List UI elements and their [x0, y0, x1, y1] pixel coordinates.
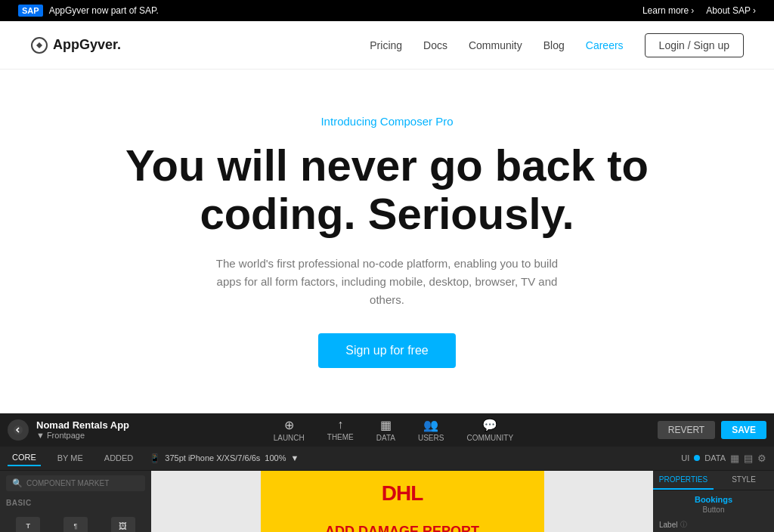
svg-point-1: [14, 425, 23, 435]
hero-section: Introducing Composer Pro You will never …: [62, 70, 712, 398]
data-icon: ▦: [380, 418, 392, 432]
nav-careers[interactable]: Careers: [586, 39, 624, 51]
launch-icon: ⊕: [284, 418, 294, 432]
ide-users-action[interactable]: 👥 USERS: [418, 418, 444, 442]
ide-right-panel: PROPERTIES STYLE Bookings Button Label ⓘ…: [653, 471, 774, 532]
dhl-content: ADD DAMAGE REPORT: [261, 516, 544, 532]
ide-tab-added[interactable]: ADDED: [100, 450, 138, 466]
grid-view-icon[interactable]: ▦: [730, 453, 739, 464]
ui-dot: [694, 455, 700, 461]
ide-right-tabs: PROPERTIES STYLE: [653, 471, 774, 490]
hero-description: The world's first professional no-code p…: [206, 255, 568, 309]
ide-theme-action[interactable]: ↑ THEME: [327, 418, 354, 441]
app-preview: Nomad Rentals App ▼ Frontpage ⊕ LAUNCH ↑…: [0, 413, 774, 532]
ide-device-selector: 📱 375pt iPhone X/XS/7/6/6s 100% ▼: [150, 453, 299, 463]
nav-pricing[interactable]: Pricing: [370, 39, 402, 51]
users-icon: 👥: [423, 418, 438, 432]
sap-banner: SAP AppGyver now part of SAP. Learn more…: [0, 0, 774, 21]
community-icon: 💬: [482, 418, 497, 432]
component-paragraph[interactable]: ¶ Paragraph: [54, 513, 98, 532]
about-sap-link[interactable]: About SAP ›: [706, 5, 756, 16]
ide-app-info: Nomad Rentals App ▼ Frontpage: [36, 419, 129, 440]
style-tab[interactable]: STYLE: [714, 471, 774, 490]
sap-banner-left: SAP AppGyver now part of SAP.: [18, 5, 159, 17]
search-input[interactable]: [26, 479, 139, 487]
ide-search[interactable]: 🔍: [6, 475, 145, 491]
ide-ui-data-toggle: UI DATA ▦ ▤ ⚙: [681, 453, 766, 464]
component-image[interactable]: 🖼 Image: [101, 513, 145, 532]
ide-tab-core[interactable]: CORE: [8, 450, 41, 466]
component-name: Bookings: [659, 495, 768, 504]
nav-community[interactable]: Community: [469, 39, 522, 51]
learn-more-link[interactable]: Learn more ›: [642, 5, 694, 16]
nav-docs[interactable]: Docs: [423, 39, 447, 51]
label-field-label: Label ⓘ: [659, 520, 768, 530]
login-signup-button[interactable]: Login / Sign up: [645, 33, 744, 57]
main-nav: AppGyver. Pricing Docs Community Blog Ca…: [0, 21, 774, 70]
nav-logo[interactable]: AppGyver.: [30, 36, 121, 54]
ide-center-actions: ⊕ LAUNCH ↑ THEME ▦ DATA 👥 USERS 💬 CO: [129, 418, 658, 442]
ide-canvas: DHL ADD DAMAGE REPORT Front Back Left Ri…: [151, 471, 653, 532]
ide-launch-action[interactable]: ⊕ LAUNCH: [274, 418, 305, 442]
canvas-content: DHL ADD DAMAGE REPORT Front Back Left Ri…: [261, 471, 544, 532]
ide-tab-byme[interactable]: BY ME: [53, 450, 88, 466]
ide-topbar: Nomad Rentals App ▼ Frontpage ⊕ LAUNCH ↑…: [0, 413, 774, 447]
nav-links: Pricing Docs Community Blog Careers Logi…: [370, 33, 744, 57]
search-icon: 🔍: [12, 478, 23, 488]
logo-icon: [30, 36, 48, 54]
component-type: Button: [659, 506, 768, 514]
ide-data-action[interactable]: ▦ DATA: [376, 418, 395, 442]
ide-container: Nomad Rentals App ▼ Frontpage ⊕ LAUNCH ↑…: [0, 413, 774, 532]
properties-tab[interactable]: PROPERTIES: [653, 471, 714, 490]
sap-logo: SAP: [18, 5, 43, 17]
label-field-info: ⓘ: [680, 520, 687, 530]
hero-title: You will never go back to coding. Seriou…: [77, 141, 697, 238]
ide-app-page: ▼ Frontpage: [36, 431, 129, 440]
revert-button[interactable]: REVERT: [658, 421, 715, 439]
dhl-logo: DHL: [382, 481, 423, 506]
ide-back-button[interactable]: [8, 419, 29, 441]
sap-banner-message: AppGyver now part of SAP.: [49, 5, 159, 16]
ide-main: 🔍 BASIC T Title ¶ Paragraph 🖼 Imag: [0, 471, 774, 532]
ide-components-grid: T Title ¶ Paragraph 🖼 Image ⟳ Loading sp…: [0, 510, 151, 532]
ide-right-section: Bookings Button Label ⓘ ⚙ $ $ButtonColor…: [653, 490, 774, 532]
list-view-icon[interactable]: ▤: [744, 453, 753, 464]
hero-subtitle: Introducing Composer Pro: [77, 115, 697, 128]
settings-view-icon[interactable]: ⚙: [757, 453, 766, 464]
nav-blog[interactable]: Blog: [543, 39, 565, 51]
sap-banner-right: Learn more › About SAP ›: [642, 5, 756, 16]
paragraph-component-icon: ¶: [63, 517, 88, 532]
back-icon: [13, 425, 23, 435]
ide-community-action[interactable]: 💬 COMMUNITY: [466, 418, 513, 442]
image-component-icon: 🖼: [111, 517, 135, 532]
ide-app-name: Nomad Rentals App: [36, 419, 129, 431]
dhl-header: DHL: [261, 471, 544, 516]
theme-icon: ↑: [337, 418, 343, 431]
save-button[interactable]: SAVE: [721, 421, 766, 439]
ide-right-actions: REVERT SAVE: [658, 421, 766, 439]
signup-cta-button[interactable]: Sign up for free: [318, 333, 455, 368]
ide-left-panel: 🔍 BASIC T Title ¶ Paragraph 🖼 Imag: [0, 471, 151, 532]
ide-basic-label: BASIC: [0, 496, 151, 510]
ide-view-icons: ▦ ▤ ⚙: [730, 453, 766, 464]
title-component-icon: T: [16, 517, 40, 532]
component-title[interactable]: T Title: [6, 513, 51, 532]
dhl-title: ADD DAMAGE REPORT: [273, 524, 532, 532]
ide-secondbar: CORE BY ME ADDED 📱 375pt iPhone X/XS/7/6…: [0, 447, 774, 471]
